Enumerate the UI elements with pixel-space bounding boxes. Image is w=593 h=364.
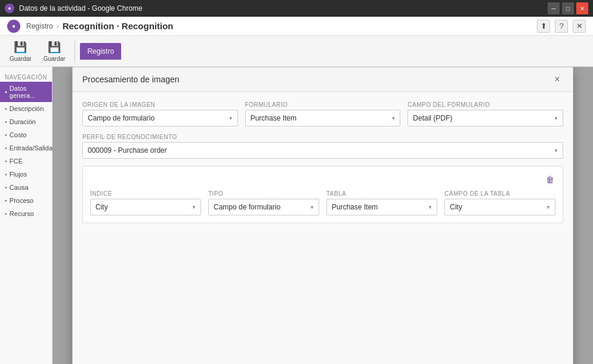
sidebar-item-descripcion-label: Descripción	[10, 105, 44, 112]
save-button-1[interactable]: 💾 Guardar	[5, 38, 36, 64]
minimize-button[interactable]: ─	[548, 2, 560, 14]
campo-tabla-select-wrapper: City	[444, 199, 555, 215]
origen-label: ORIGEN DE LA IMAGEN	[82, 101, 238, 108]
inner-panel: 🗑 ÍNDICE City	[82, 166, 563, 223]
inner-form-group-tabla: TABLA Purchase Item	[326, 190, 437, 215]
form-group-perfil: PERFIL DE RECONOCIMIENTO 000009 - Purcha…	[82, 134, 563, 159]
inner-panel-header: 🗑	[90, 174, 555, 186]
save-label-2: Guardar	[44, 55, 66, 62]
sidebar-item-entrada-salida-label: Entrada/Salida	[10, 144, 52, 152]
breadcrumb: Registro › Recognition · Recognition	[26, 21, 537, 31]
form-group-campo-formulario: CAMPO DEL FORMULARIO Detail (PDF)	[407, 101, 563, 127]
registro-tab[interactable]: Registro	[80, 43, 121, 60]
perfil-select-wrapper: 000009 - Purchase order	[82, 142, 563, 159]
origen-select[interactable]: Campo de formulario	[82, 110, 238, 127]
breadcrumb-parent[interactable]: Registro	[26, 22, 53, 30]
app-header: ● Registro › Recognition · Recognition ⬆…	[0, 17, 593, 36]
header-help-tool[interactable]: ?	[555, 20, 568, 33]
sidebar: NAVEGACIÓN Datos genera... Descripción D…	[0, 67, 52, 364]
sidebar-item-costo[interactable]: Costo	[0, 128, 52, 141]
indice-label: ÍNDICE	[90, 190, 201, 197]
sidebar-item-costo-label: Costo	[10, 131, 27, 138]
form-group-origen: ORIGEN DE LA IMAGEN Campo de formulario	[82, 101, 238, 127]
inner-form-group-indice: ÍNDICE City	[90, 190, 201, 215]
modal-spacer	[82, 223, 563, 364]
modal-header: Procesamiento de imagen ×	[73, 67, 573, 92]
campo-tabla-label: CAMPO DE LA TABLA	[444, 190, 555, 197]
tipo-select-wrapper: Campo de formulario	[208, 199, 319, 215]
form-row-2: PERFIL DE RECONOCIMIENTO 000009 - Purcha…	[82, 134, 563, 159]
sidebar-item-fce-label: FCE	[10, 158, 23, 165]
tabla-select[interactable]: Purchase Item	[326, 199, 437, 215]
sidebar-item-recurso[interactable]: Recurso	[0, 207, 52, 220]
header-tools: ⬆ ? ✕	[537, 20, 586, 33]
inner-form-row: ÍNDICE City TIPO	[90, 190, 555, 215]
indice-select-wrapper: City	[90, 199, 201, 215]
save-label-1: Guardar	[10, 55, 32, 62]
sidebar-item-datos-label: Datos genera...	[10, 85, 47, 99]
inner-form-group-tipo: TIPO Campo de formulario	[208, 190, 319, 215]
sidebar-item-proceso-label: Proceso	[10, 197, 33, 204]
formulario-label: FORMULARIO	[245, 101, 401, 108]
header-close-tool[interactable]: ✕	[573, 20, 586, 33]
sidebar-item-duracion-label: Duración	[10, 118, 36, 125]
content-area: Procesamiento de imagen × ORIGEN DE LA I…	[52, 67, 593, 364]
sidebar-item-datos[interactable]: Datos genera...	[0, 82, 52, 102]
inner-form-group-campo-tabla: CAMPO DE LA TABLA City	[444, 190, 555, 215]
breadcrumb-current: Recognition · Recognition	[63, 21, 174, 31]
toolbar: 💾 Guardar 💾 Guardar Registro	[0, 36, 593, 67]
tipo-label: TIPO	[208, 190, 319, 197]
toolbar-separator	[75, 41, 75, 62]
app-icon: ●	[5, 4, 14, 13]
modal-dialog: Procesamiento de imagen × ORIGEN DE LA I…	[72, 67, 573, 364]
sidebar-item-duracion[interactable]: Duración	[0, 115, 52, 128]
header-home-tool[interactable]: ⬆	[537, 20, 550, 33]
delete-icon[interactable]: 🗑	[545, 174, 555, 186]
campo-formulario-select-wrapper: Detail (PDF)	[407, 110, 563, 127]
sidebar-item-recurso-label: Recurso	[10, 210, 34, 217]
tabla-select-wrapper: Purchase Item	[326, 199, 437, 215]
form-row-1: ORIGEN DE LA IMAGEN Campo de formulario …	[82, 101, 563, 127]
app-logo: ●	[7, 20, 20, 33]
window-controls: ─ □ ✕	[548, 2, 588, 14]
maximize-button[interactable]: □	[562, 2, 574, 14]
sidebar-item-flujos[interactable]: Flujos	[0, 168, 52, 181]
sidebar-section-title: NAVEGACIÓN	[0, 72, 52, 82]
modal-overlay: Procesamiento de imagen × ORIGEN DE LA I…	[52, 67, 593, 364]
save-button-2[interactable]: 💾 Guardar	[39, 38, 70, 64]
sidebar-item-descripcion[interactable]: Descripción	[0, 102, 52, 115]
window-close-button[interactable]: ✕	[576, 2, 588, 14]
origen-select-wrapper: Campo de formulario	[82, 110, 238, 127]
save-icon-2: 💾	[47, 40, 61, 54]
sidebar-item-proceso[interactable]: Proceso	[0, 194, 52, 207]
window-titlebar: ● Datos de la actividad - Google Chrome …	[0, 0, 593, 17]
main-layout: NAVEGACIÓN Datos genera... Descripción D…	[0, 67, 593, 364]
campo-tabla-select[interactable]: City	[444, 199, 555, 215]
sidebar-item-causa-label: Causa	[10, 184, 29, 191]
save-icon-1: 💾	[13, 40, 27, 54]
breadcrumb-separator: ›	[57, 22, 59, 30]
modal-close-button[interactable]: ×	[551, 73, 563, 85]
tipo-select[interactable]: Campo de formulario	[208, 199, 319, 215]
campo-formulario-label: CAMPO DEL FORMULARIO	[407, 101, 563, 108]
modal-title: Procesamiento de imagen	[82, 75, 180, 84]
modal-body: ORIGEN DE LA IMAGEN Campo de formulario …	[73, 92, 573, 364]
indice-select[interactable]: City	[90, 199, 201, 215]
sidebar-item-flujos-label: Flujos	[10, 171, 27, 178]
formulario-select[interactable]: Purchase Item	[245, 110, 401, 127]
window-title: Datos de la actividad - Google Chrome	[19, 4, 548, 13]
form-group-formulario: FORMULARIO Purchase Item	[245, 101, 401, 127]
sidebar-item-causa[interactable]: Causa	[0, 181, 52, 194]
perfil-label: PERFIL DE RECONOCIMIENTO	[82, 134, 563, 140]
perfil-select[interactable]: 000009 - Purchase order	[82, 142, 563, 159]
campo-formulario-select[interactable]: Detail (PDF)	[407, 110, 563, 127]
tabla-label: TABLA	[326, 190, 437, 197]
sidebar-item-fce[interactable]: FCE	[0, 155, 52, 168]
sidebar-item-entrada-salida[interactable]: Entrada/Salida	[0, 141, 52, 155]
formulario-select-wrapper: Purchase Item	[245, 110, 401, 127]
